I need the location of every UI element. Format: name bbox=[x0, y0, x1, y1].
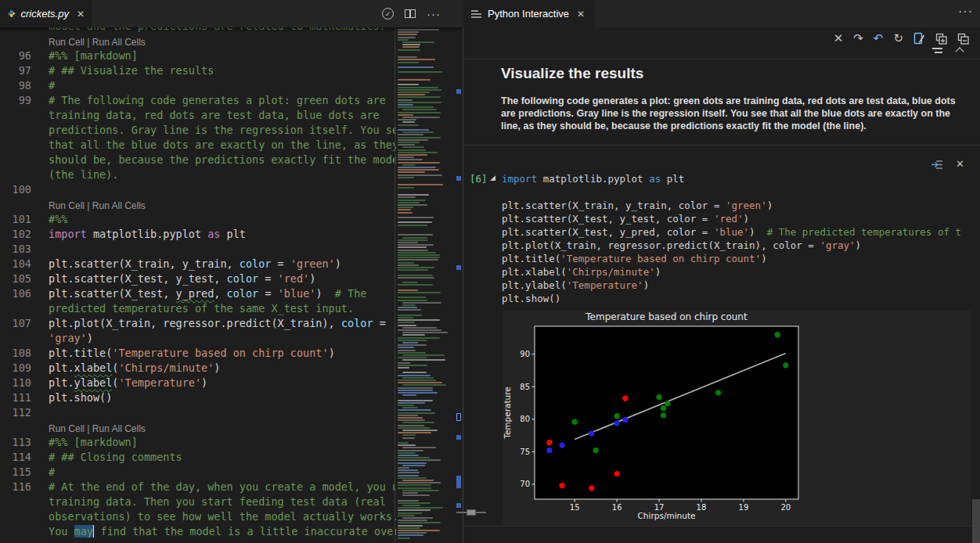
cell-collapse-icon[interactable]: ◢ bbox=[490, 174, 495, 182]
minimap-line bbox=[398, 194, 429, 196]
code-token: color bbox=[240, 257, 272, 270]
run-cell-link[interactable]: Run Cell bbox=[49, 37, 85, 48]
minimap-line bbox=[402, 490, 439, 491]
code-token: ) bbox=[335, 257, 341, 270]
run-all-cells-link[interactable]: Run All Cells bbox=[92, 200, 146, 211]
tab-filename: crickets.py bbox=[21, 8, 69, 20]
codelens-row: Run Cell | Run All Cells bbox=[0, 34, 395, 49]
line-number: 115 bbox=[0, 465, 31, 480]
minimap-line bbox=[398, 104, 413, 106]
interactive-code-cell[interactable]: import matplotlib.pyplot as pltplt.scatt… bbox=[502, 172, 980, 305]
minimap-line bbox=[398, 487, 431, 489]
minimap-line bbox=[398, 409, 431, 411]
code-token: 'Temperature' bbox=[118, 376, 201, 389]
code-token: # ## Closing comments bbox=[49, 451, 182, 463]
code-row: 97# ## Visualize the results bbox=[0, 63, 395, 78]
minimap-line bbox=[398, 315, 422, 316]
line-number: 101 bbox=[0, 212, 31, 227]
minimap-line bbox=[398, 137, 441, 138]
minimap-line bbox=[398, 400, 433, 401]
minimap-line bbox=[398, 87, 438, 88]
svg-text:Temperature based on chirp cou: Temperature based on chirp count bbox=[585, 311, 748, 322]
panel-scrollbar-thumb[interactable] bbox=[972, 499, 980, 543]
minimap-line bbox=[398, 484, 431, 486]
cancel-icon[interactable]: ✕ bbox=[834, 31, 844, 46]
more-actions-icon[interactable]: ··· bbox=[427, 7, 441, 20]
minimap-line bbox=[398, 187, 414, 189]
redo-icon[interactable]: ↷ bbox=[853, 31, 863, 46]
line-number: 96 bbox=[0, 49, 31, 63]
minimap-line bbox=[402, 394, 416, 396]
export-notebook-icon[interactable] bbox=[913, 32, 925, 45]
codelens-separator: | bbox=[85, 200, 92, 211]
sash-grip[interactable] bbox=[456, 512, 486, 513]
minimap-line bbox=[398, 254, 440, 256]
code-token: 'gray' bbox=[49, 332, 87, 344]
code-row: 107plt.plot(X_train, regressor.predict(X… bbox=[0, 316, 395, 331]
restart-kernel-icon[interactable]: ↻ bbox=[893, 31, 903, 46]
run-cell-link[interactable]: Run Cell bbox=[49, 200, 85, 211]
minimap[interactable] bbox=[396, 27, 452, 543]
close-cell-icon[interactable]: ✕ bbox=[956, 156, 964, 172]
goto-code-icon[interactable] bbox=[931, 160, 943, 170]
run-cells-icon[interactable]: ✓ bbox=[382, 8, 394, 20]
minimap-line bbox=[398, 39, 409, 41]
minimap-line bbox=[398, 534, 423, 536]
expand-all-icon[interactable] bbox=[935, 33, 947, 45]
minimap-line bbox=[398, 319, 440, 321]
code-token: plt.xlabel( bbox=[502, 266, 567, 278]
code-token: 'Temperature based on chirp count' bbox=[112, 347, 328, 359]
line-number: 103 bbox=[0, 242, 31, 257]
minimap-line bbox=[398, 452, 416, 454]
tab-python-interactive[interactable]: Python Interactive ✕ bbox=[463, 0, 595, 27]
code-row: 114# ## Closing comments bbox=[0, 450, 395, 465]
collapse-all-icon[interactable] bbox=[957, 33, 969, 45]
chevron-up-icon[interactable] bbox=[955, 47, 964, 56]
collapse-input-icon[interactable] bbox=[932, 47, 942, 54]
minimap-line bbox=[398, 94, 425, 95]
minimap-line bbox=[398, 284, 433, 286]
code-token: training data. Then you start feeding te… bbox=[49, 495, 386, 508]
editor-title-actions: ✓ ··· bbox=[382, 0, 441, 27]
overview-ruler bbox=[452, 27, 463, 543]
code-row: 101#%% bbox=[0, 212, 395, 227]
close-tab-icon[interactable]: ✕ bbox=[77, 9, 85, 20]
matplotlib-figure: 1516171819207075808590Temperature based … bbox=[503, 311, 971, 526]
more-actions-icon[interactable]: ··· bbox=[958, 5, 973, 19]
run-all-cells-link[interactable]: Run All Cells bbox=[92, 423, 146, 434]
overview-marker bbox=[456, 413, 461, 421]
minimap-line bbox=[398, 530, 440, 531]
code-row: 115# bbox=[0, 465, 395, 480]
minimap-line bbox=[398, 392, 438, 394]
minimap-line bbox=[402, 354, 445, 356]
minimap-line bbox=[398, 144, 415, 146]
split-editor-icon[interactable] bbox=[405, 9, 416, 18]
sash-knob[interactable] bbox=[467, 509, 476, 516]
code-row: 109plt.xlabel('Chirps/minute') bbox=[0, 361, 395, 376]
code-token: plt.show() bbox=[502, 293, 560, 304]
editor-group-divider[interactable] bbox=[463, 0, 463, 543]
minimap-line bbox=[398, 317, 413, 318]
close-tab-icon[interactable]: ✕ bbox=[577, 9, 585, 20]
minimap-line bbox=[398, 162, 440, 164]
undo-icon[interactable]: ↶ bbox=[874, 31, 884, 46]
tab-crickets-py[interactable]: crickets.py ✕ bbox=[0, 0, 92, 27]
minimap-line bbox=[398, 167, 436, 168]
codelens-separator: | bbox=[85, 37, 92, 48]
code-token: = bbox=[373, 317, 386, 329]
minimap-line bbox=[402, 334, 425, 336]
line-number: 98 bbox=[0, 78, 31, 93]
code-token: ) bbox=[201, 376, 207, 389]
minimap-line bbox=[402, 237, 427, 239]
run-all-cells-link[interactable]: Run All Cells bbox=[92, 37, 146, 48]
minimap-line bbox=[398, 502, 431, 504]
code-area[interactable]: model and the predictions are related to… bbox=[0, 19, 395, 539]
run-cell-link[interactable]: Run Cell bbox=[49, 423, 85, 434]
minimap-line bbox=[398, 202, 420, 203]
markdown-paragraph: The following code generates a plot: gre… bbox=[501, 95, 968, 132]
minimap-line bbox=[398, 96, 441, 98]
svg-text:Temperature: Temperature bbox=[503, 387, 512, 440]
minimap-line bbox=[402, 109, 437, 110]
minimap-line bbox=[398, 412, 435, 414]
minimap-line bbox=[402, 359, 445, 361]
